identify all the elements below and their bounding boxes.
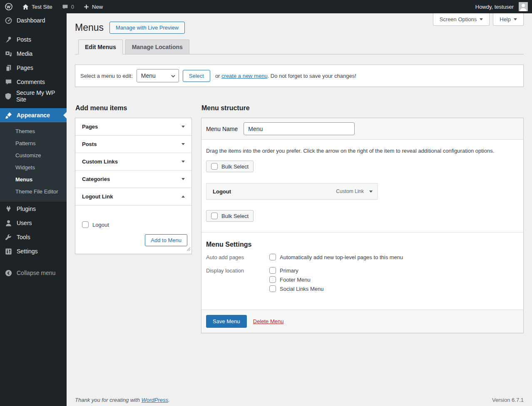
select-menu-label: Select a menu to edit: — [80, 73, 133, 79]
admin-sidebar: Dashboard Posts Media Pages Comments Sec… — [0, 13, 67, 406]
logout-checkbox[interactable] — [82, 221, 89, 228]
sidebar-item-comments[interactable]: Comments — [0, 75, 67, 89]
comments-count: 0 — [71, 4, 74, 10]
accordion-section-posts[interactable]: Posts — [75, 136, 191, 153]
footer-period: . — [168, 397, 170, 403]
menu-select-dropdown[interactable]: Menu — [137, 69, 179, 82]
bulk-select-button-bottom[interactable]: Bulk Select — [206, 210, 254, 222]
submenu-item-widgets[interactable]: Widgets — [0, 161, 67, 173]
dashboard-icon — [4, 17, 12, 25]
save-reminder-text: . Do not forget to save your changes! — [268, 73, 356, 79]
sidebar-item-tools[interactable]: Tools — [0, 230, 67, 244]
footer-thanks-text: Thank you for creating with — [75, 397, 142, 403]
screen-options-button[interactable]: Screen Options — [433, 13, 490, 26]
appearance-submenu: Themes Patterns Customize Widgets Menus … — [0, 122, 67, 202]
new-content-menu[interactable]: New — [79, 0, 107, 13]
add-to-menu-button[interactable]: Add to Menu — [145, 234, 187, 246]
sidebar-item-secure-my-wp-site[interactable]: Secure My WP Site — [0, 89, 67, 103]
main-content: Screen Options Help Menus Manage with Li… — [67, 13, 532, 406]
pushpin-icon — [4, 36, 12, 44]
publishing-actions: Save Menu Delete Menu — [201, 309, 523, 333]
admin-footer: Thank you for creating with WordPress. V… — [75, 397, 524, 403]
bulk-select-button-top[interactable]: Bulk Select — [206, 161, 254, 172]
display-location-label: Display location — [206, 267, 269, 292]
shield-icon — [4, 92, 12, 100]
sidebar-separator — [0, 103, 67, 108]
auto-add-pages-checkbox[interactable] — [269, 254, 276, 260]
sidebar-item-plugins[interactable]: Plugins — [0, 202, 67, 216]
select-button[interactable]: Select — [183, 70, 210, 82]
delete-menu-link[interactable]: Delete Menu — [253, 318, 284, 324]
location-footer-menu-label[interactable]: Footer Menu — [280, 277, 311, 283]
sidebar-item-settings[interactable]: Settings — [0, 244, 67, 258]
account-menu[interactable]: Howdy, testuser — [474, 0, 515, 13]
submenu-item-menus[interactable]: Menus — [0, 173, 67, 186]
chevron-down-icon — [181, 126, 185, 128]
collapse-menu-button[interactable]: Collapse menu — [0, 266, 67, 280]
comments-bubble-link[interactable]: 0 — [57, 0, 79, 13]
sidebar-item-posts[interactable]: Posts — [0, 32, 67, 47]
submenu-item-patterns[interactable]: Patterns — [0, 137, 67, 149]
tab-bar: Edit Menus Manage Locations — [75, 40, 524, 54]
user-icon — [4, 219, 12, 227]
auto-add-pages-text[interactable]: Automatically add new top-level pages to… — [280, 254, 403, 260]
add-menu-items-accordion: Pages Posts Custom Links Categories Logo… — [75, 118, 192, 254]
menu-settings-heading: Menu Settings — [206, 241, 519, 248]
live-preview-button[interactable]: Manage with Live Preview — [109, 22, 185, 34]
sidebar-item-pages[interactable]: Pages — [0, 61, 67, 75]
bulk-select-checkbox[interactable] — [211, 213, 218, 219]
item-toggle-arrow-icon[interactable] — [369, 191, 373, 193]
chevron-down-icon — [480, 18, 483, 20]
chevron-down-icon — [514, 18, 517, 20]
chevron-down-icon — [181, 178, 185, 180]
location-primary-label[interactable]: Primary — [280, 267, 298, 274]
media-icon — [4, 50, 12, 58]
menu-item-logout[interactable]: Logout Custom Link — [206, 183, 378, 200]
section-divider — [201, 232, 523, 233]
accordion-section-pages[interactable]: Pages — [75, 118, 191, 136]
visit-site-link[interactable]: Test Site — [17, 0, 57, 13]
accordion-section-custom-links[interactable]: Custom Links — [75, 153, 191, 171]
save-menu-button[interactable]: Save Menu — [206, 315, 247, 328]
sidebar-item-dashboard[interactable]: Dashboard — [0, 13, 67, 27]
sidebar-item-users[interactable]: Users — [0, 216, 67, 230]
submenu-item-theme-file-editor[interactable]: Theme File Editor — [0, 186, 67, 198]
tab-manage-locations[interactable]: Manage Locations — [125, 40, 189, 54]
wordpress-logo-menu[interactable] — [0, 0, 17, 13]
chevron-up-icon — [181, 196, 185, 198]
accordion-section-logout-link[interactable]: Logout Link — [75, 188, 191, 205]
submenu-item-themes[interactable]: Themes — [0, 125, 67, 137]
new-label: New — [92, 4, 103, 10]
wordpress-link[interactable]: WordPress — [142, 397, 168, 403]
or-text: or — [215, 73, 221, 79]
version-text: Version 6.7.1 — [492, 397, 524, 403]
menu-structure-panel: Menu Name Drag the items into the order … — [201, 118, 524, 333]
location-footer-menu-checkbox[interactable] — [269, 276, 276, 283]
tab-edit-menus[interactable]: Edit Menus — [78, 40, 123, 54]
active-menu-arrow — [63, 112, 67, 119]
wrench-icon — [4, 233, 12, 241]
plus-icon — [83, 4, 89, 10]
sidebar-item-appearance[interactable]: Appearance — [0, 108, 67, 122]
submenu-item-customize[interactable]: Customize — [0, 149, 67, 161]
logout-checkbox-label[interactable]: Logout — [92, 222, 109, 228]
create-new-menu-link[interactable]: create a new menu — [221, 73, 268, 79]
location-primary-checkbox[interactable] — [269, 267, 276, 274]
help-button[interactable]: Help — [493, 13, 524, 26]
location-social-links-menu-label[interactable]: Social Links Menu — [280, 286, 324, 292]
accordion-section-categories[interactable]: Categories — [75, 171, 191, 188]
location-social-links-menu-checkbox[interactable] — [269, 285, 276, 292]
avatar[interactable] — [519, 2, 528, 11]
resize-handle[interactable] — [186, 245, 191, 253]
menu-select-bar: Select a menu to edit: Menu Select or cr… — [75, 64, 524, 87]
comment-bubble-icon — [62, 3, 69, 10]
sidebar-item-media[interactable]: Media — [0, 47, 67, 61]
bulk-select-checkbox[interactable] — [211, 163, 218, 170]
chevron-down-icon — [171, 73, 176, 80]
menu-name-input[interactable] — [244, 122, 355, 135]
wordpress-logo-icon — [5, 2, 13, 11]
plugin-icon — [4, 205, 12, 213]
logout-link-panel: Logout Add to Menu — [75, 205, 191, 254]
settings-sliders-icon — [4, 248, 12, 255]
admin-bar: Test Site 0 New Howdy, testuser — [0, 0, 532, 13]
